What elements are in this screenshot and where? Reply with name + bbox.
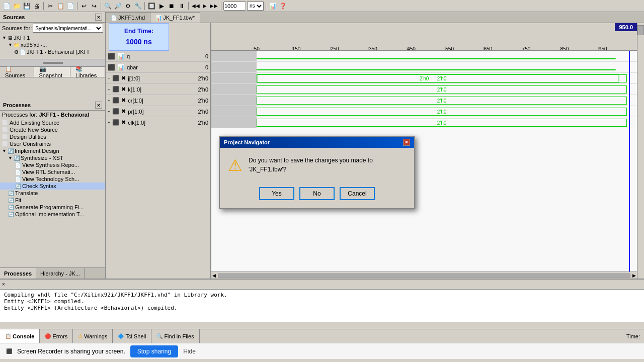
scroll-left[interactable]: ◀ <box>211 273 217 278</box>
proc-gen-prog[interactable]: 🔄 Generate Programming Fi... <box>0 204 105 211</box>
settings-icon[interactable]: ⚙ <box>123 2 132 11</box>
proc-view-rtl[interactable]: 📄 View RTL Schemati... <box>0 168 105 175</box>
time-unit-select[interactable]: nspsus <box>247 2 264 11</box>
wave-q <box>211 51 637 62</box>
sig-pr-val: 2'h0 <box>198 109 208 115</box>
sep7 <box>266 2 266 10</box>
panel-tab-processes-label: Processes <box>4 270 32 277</box>
copy-icon[interactable]: 📋 <box>56 2 65 11</box>
proc-translate[interactable]: 🔄 Translate <box>0 190 105 197</box>
save-icon[interactable]: 💾 <box>22 2 31 11</box>
panel-tab-processes[interactable]: Processes <box>0 268 36 279</box>
v-scroll-thumb[interactable] <box>637 25 644 35</box>
proc-implement[interactable]: ▼ 🔄 Implement Design <box>0 147 105 154</box>
proc-view-synth-rpt-label: View Synthesis Repo... <box>22 162 79 168</box>
btab-tcl[interactable]: 🔷 Tcl Shell <box>113 329 151 343</box>
sources-header: Sources × <box>0 12 105 23</box>
sim-step-icon[interactable]: ▶ <box>202 3 208 9</box>
expand-cr[interactable]: + <box>108 98 110 103</box>
console-close-icon[interactable]: × <box>2 282 5 287</box>
proc-user-constraints[interactable]: ⬜ User Constraints <box>0 140 105 147</box>
time-ruler-area: 950.0 50 150 250 350 450 550 650 750 850… <box>211 23 637 51</box>
console-scrollbar[interactable] <box>0 322 644 329</box>
paste-icon[interactable]: 📄 <box>66 2 75 11</box>
print-icon[interactable]: 🖨 <box>32 2 41 11</box>
proc-check-syntax[interactable]: 🔄 Check Syntax <box>0 183 105 190</box>
expand-clk[interactable]: + <box>108 120 110 125</box>
tree-item-jkff1[interactable]: ▼ 🖥 JKFF1 <box>0 34 105 41</box>
sim-fwd-icon[interactable]: ▶▶ <box>209 3 219 9</box>
sources-close[interactable]: × <box>95 14 102 21</box>
stop-icon[interactable]: ⏹ <box>167 2 176 11</box>
help-icon[interactable]: ❓ <box>278 2 287 11</box>
expand-implement[interactable]: ▼ <box>2 148 7 153</box>
tab-libraries[interactable]: 📚 Libraries <box>70 66 105 77</box>
tree-label-xa95: xa95'xd'-... <box>21 42 47 48</box>
dialog-close-button[interactable]: ✕ <box>403 139 410 146</box>
v-scrollbar[interactable] <box>637 23 644 279</box>
proc-view-synth-rpt[interactable]: 📄 View Synthesis Repo... <box>0 161 105 168</box>
run-icon[interactable]: ▶ <box>157 2 166 11</box>
sep5 <box>188 2 189 10</box>
tree-item-xa95[interactable]: ▼ 📁 xa95'xd'-... <box>0 41 105 48</box>
sim-back-icon[interactable]: ◀◀ <box>191 3 201 9</box>
scroll-thumb[interactable] <box>218 274 630 278</box>
scroll-right[interactable]: ▶ <box>631 273 637 278</box>
file-tab-vhd[interactable]: 📄 JKFF1.vhd <box>106 12 150 23</box>
sources-title: Sources <box>3 14 25 20</box>
processes-panel: Processes × Processes for: JKFF1 - Behav… <box>0 100 105 279</box>
panel-tab-hierarchy[interactable]: Hierarchy - JK... <box>36 268 85 279</box>
file-tabs: 📄 JKFF1.vhd 📊 JK_FF1.tbw* <box>106 12 644 23</box>
btab-console[interactable]: 📋 Console <box>0 329 40 343</box>
expand-j[interactable]: + <box>108 76 110 81</box>
pause-icon[interactable]: ⏸ <box>177 2 186 11</box>
redo-icon[interactable]: ↪ <box>90 2 99 11</box>
expand-synthesize[interactable]: ▼ <box>8 155 13 160</box>
proc-synthesize-label: Synthesize - XST <box>21 155 63 161</box>
btab-errors[interactable]: 🔴 Errors <box>40 329 73 343</box>
build-icon[interactable]: 🔧 <box>133 2 142 11</box>
stop-sharing-button[interactable]: Stop sharing <box>130 345 178 357</box>
dialog-title: Project Navigator <box>224 139 270 145</box>
cut-icon[interactable]: ✂ <box>46 2 55 11</box>
proc-design-utils[interactable]: ⬜ Design Utilities <box>0 133 105 140</box>
expand-xa95[interactable]: ▼ <box>8 42 13 47</box>
undo-icon[interactable]: ↩ <box>79 2 89 11</box>
expand-pr[interactable]: + <box>108 109 110 114</box>
find-icon: 🔍 <box>156 333 163 339</box>
new-icon[interactable]: 📄 <box>2 2 11 11</box>
h-scrollbar[interactable]: ◀ ▶ <box>211 272 637 279</box>
record-icon: ⬛ <box>6 348 12 354</box>
proc-add-existing[interactable]: ⬜ Add Existing Source <box>0 119 105 126</box>
btab-warnings[interactable]: ⚠ Warnings <box>73 329 113 343</box>
proc-view-rtl-label: View RTL Schemati... <box>22 169 75 175</box>
proc-create-new[interactable]: ⬜ Create New Source <box>0 126 105 133</box>
dialog-buttons: Yes No Cancel <box>220 183 414 208</box>
proc-fit[interactable]: 🔄 Fit <box>0 197 105 204</box>
btab-find[interactable]: 🔍 Find in Files <box>151 329 199 343</box>
open-icon[interactable]: 📁 <box>12 2 21 11</box>
dialog-cancel-button[interactable]: Cancel <box>340 187 375 200</box>
sim-time-input[interactable] <box>223 2 246 11</box>
tab-sources-label: 📋 Sources <box>5 66 29 78</box>
proc-opt-impl[interactable]: 🔄 Optional Implementation T... <box>0 211 105 218</box>
dialog-no-button[interactable]: No <box>299 187 335 200</box>
file-tab-tbw[interactable]: 📊 JK_FF1.tbw* <box>150 12 200 23</box>
tree-item-jkff1-bhv[interactable]: ⚙ 📄 JKFF1 - Behavioral (JKFF <box>0 48 105 55</box>
tab-snapshot[interactable]: 📷 Snapshot <box>34 66 70 77</box>
proc-view-tech[interactable]: 📄 View Technology Sch... <box>0 175 105 183</box>
processes-close[interactable]: × <box>95 102 102 109</box>
tab-sources[interactable]: 📋 Sources <box>0 66 34 77</box>
sig-pr-name: pr[1:0] <box>128 109 143 115</box>
dialog-yes-button[interactable]: Yes <box>259 187 294 200</box>
chip-icon[interactable]: 🔲 <box>147 2 156 11</box>
expand-jkff1[interactable]: ▼ <box>2 35 7 40</box>
expand-k[interactable]: + <box>108 87 110 92</box>
zoom-in-icon[interactable]: 🔎 <box>113 2 122 11</box>
hide-button[interactable]: Hide <box>183 348 196 355</box>
waveform-icon[interactable]: 📊 <box>268 2 277 11</box>
search-icon[interactable]: 🔍 <box>103 2 112 11</box>
sources-for-select[interactable]: Synthesis/Implementati... <box>33 24 103 33</box>
proc-synthesize[interactable]: ▼ 🔄 Synthesize - XST <box>0 154 105 161</box>
proc-user-constraints-label: User Constraints <box>10 141 51 147</box>
